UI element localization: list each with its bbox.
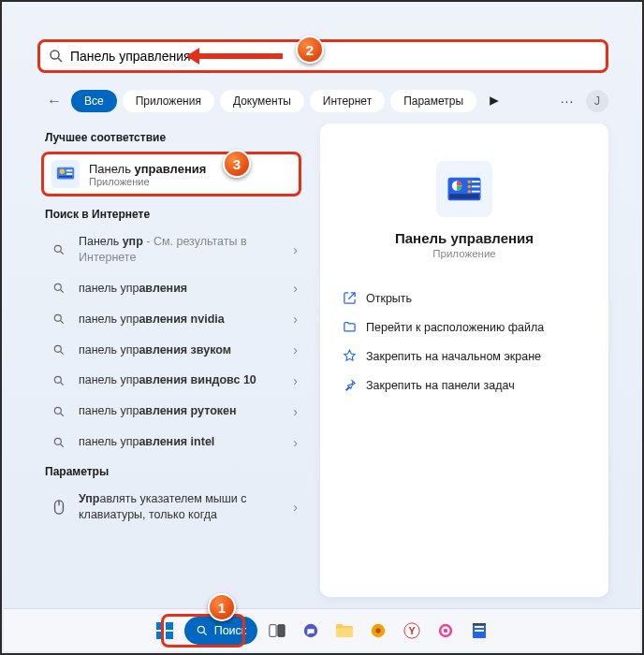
taskbar-explorer[interactable] [330, 617, 359, 645]
annotation-badge-3: 3 [223, 150, 251, 178]
web-result[interactable]: панель управления › [36, 273, 307, 304]
svg-rect-6 [59, 176, 73, 178]
svg-point-11 [54, 314, 61, 321]
more-button[interactable]: ··· [554, 94, 580, 109]
folder-icon [343, 320, 357, 334]
action-label: Открыть [366, 292, 412, 305]
taskbar-yandex[interactable]: Y [398, 617, 426, 645]
web-result[interactable]: панель управления intel › [36, 427, 307, 458]
taskbar: Поиск Y [4, 608, 640, 651]
tab-apps[interactable]: Приложения [123, 90, 214, 112]
svg-rect-51 [475, 630, 484, 632]
svg-point-43 [376, 628, 381, 633]
taskbar-taskview[interactable] [263, 617, 291, 645]
svg-rect-4 [66, 169, 72, 171]
web-result-text: панель управления звуком [79, 342, 282, 358]
annotation-badge-2: 2 [296, 36, 324, 64]
tab-internet[interactable]: Интернет [310, 90, 385, 112]
svg-text:Y: Y [409, 624, 417, 635]
svg-point-19 [54, 438, 61, 444]
taskbar-app[interactable] [432, 617, 460, 645]
taskbar-chat[interactable] [297, 617, 325, 645]
web-result-text: Панель упр - См. результаты в Интернете [79, 234, 282, 266]
chevron-right-icon: › [293, 281, 298, 296]
svg-point-26 [468, 180, 472, 183]
settings-result[interactable]: Управлять указателем мыши с клавиатуры, … [36, 484, 307, 531]
annotation-arrow [189, 53, 283, 59]
back-button[interactable]: ← [43, 93, 66, 109]
svg-line-20 [61, 444, 64, 446]
svg-line-14 [61, 352, 64, 355]
best-match-sub: Приложение [89, 176, 206, 187]
svg-line-12 [61, 321, 64, 324]
svg-point-9 [54, 284, 61, 291]
action-pin-taskbar[interactable]: Закрепить на панели задач [339, 371, 590, 400]
chevron-right-icon: › [293, 342, 298, 357]
web-result-text: панель управления виндовс 10 [79, 372, 282, 388]
settings-result-text: Управлять указателем мыши с клавиатуры, … [79, 491, 282, 523]
search-icon [196, 624, 209, 637]
web-result[interactable]: панель управления nvidia › [36, 304, 307, 335]
search-icon [52, 243, 67, 256]
tabs-overflow-icon[interactable] [482, 89, 506, 113]
svg-rect-41 [336, 628, 353, 637]
svg-line-16 [61, 383, 64, 386]
svg-rect-52 [473, 623, 486, 625]
svg-rect-39 [278, 624, 285, 636]
svg-rect-29 [472, 186, 480, 188]
search-icon [52, 282, 67, 295]
search-icon [52, 313, 67, 326]
preview-title: Панель управления [339, 230, 590, 246]
svg-rect-27 [472, 181, 480, 182]
search-icon [52, 405, 67, 418]
web-result-text: панель управления nvidia [79, 312, 282, 328]
user-avatar[interactable]: J [586, 90, 608, 112]
svg-line-1 [58, 58, 62, 62]
taskbar-app[interactable] [364, 617, 392, 645]
tab-documents[interactable]: Документы [220, 90, 304, 112]
best-match-title: Панель управления [89, 162, 206, 176]
action-open[interactable]: Открыть [339, 284, 590, 313]
chevron-right-icon: › [293, 242, 298, 257]
svg-rect-38 [270, 624, 276, 636]
tab-all[interactable]: Все [71, 90, 117, 112]
taskbar-search-label: Поиск [214, 624, 247, 637]
pin-icon [343, 378, 357, 392]
start-button[interactable] [151, 617, 179, 645]
svg-point-3 [60, 169, 66, 175]
svg-rect-5 [66, 173, 72, 175]
svg-rect-24 [449, 194, 479, 198]
annotation-badge-1: 1 [208, 593, 236, 621]
web-result-text: панель управления intel [79, 434, 282, 450]
best-match-header: Лучшее соответствие [36, 124, 307, 150]
web-result[interactable]: Панель упр - См. результаты в Интернете … [36, 226, 307, 273]
web-result-text: панель управления [79, 281, 282, 297]
pin-icon [343, 349, 357, 363]
open-icon [343, 291, 357, 305]
control-panel-icon [436, 161, 492, 217]
best-match-item[interactable]: Панель управления Приложение [41, 152, 301, 196]
svg-point-28 [468, 185, 472, 189]
chevron-right-icon: › [293, 373, 298, 388]
svg-line-37 [203, 632, 206, 634]
web-result[interactable]: панель управления рутокен › [36, 396, 307, 427]
action-label: Закрепить на начальном экране [366, 350, 541, 363]
search-icon [48, 48, 65, 65]
svg-rect-50 [475, 626, 484, 628]
action-label: Перейти к расположению файла [366, 321, 544, 334]
search-icon [52, 374, 67, 387]
search-input[interactable] [70, 49, 598, 64]
control-panel-icon [51, 160, 80, 188]
action-file-location[interactable]: Перейти к расположению файла [339, 313, 590, 342]
action-pin-start[interactable]: Закрепить на начальном экране [339, 342, 590, 371]
chevron-right-icon: › [293, 435, 298, 450]
svg-line-18 [61, 413, 64, 415]
web-result[interactable]: панель управления виндовс 10 › [36, 365, 307, 396]
web-result[interactable]: панель управления звуком › [36, 335, 307, 366]
taskbar-app[interactable] [465, 617, 493, 645]
tab-settings[interactable]: Параметры [390, 90, 476, 112]
preview-pane: Панель управления Приложение Открыть Пер… [320, 124, 608, 597]
action-label: Закрепить на панели задач [366, 379, 515, 392]
web-result-text: панель управления рутокен [79, 403, 282, 419]
svg-point-0 [51, 51, 59, 59]
